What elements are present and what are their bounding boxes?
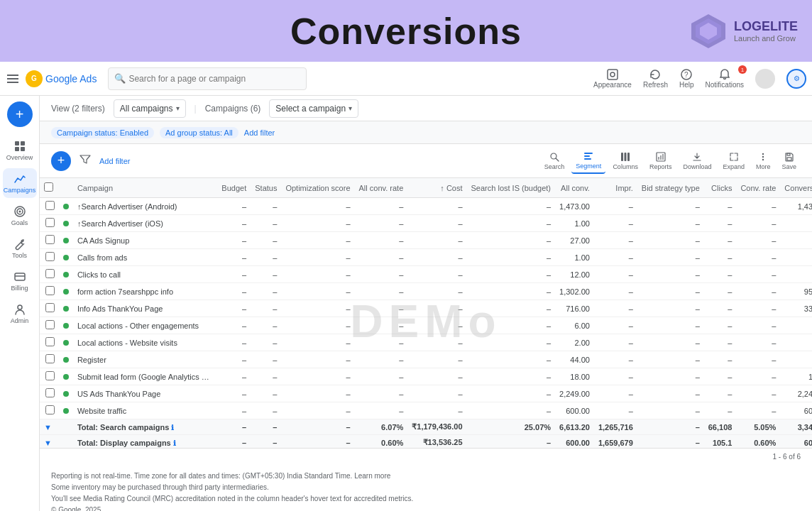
row-campaign-name: Local actions - Website visits (73, 334, 217, 351)
table-row: Local actions - Website visits – – – – –… (40, 334, 812, 351)
row-checkbox-2[interactable] (45, 235, 55, 244)
campaigns-icon (13, 172, 26, 185)
row-checkbox-0[interactable] (45, 201, 55, 210)
segment-tool-btn[interactable]: Segment (571, 148, 605, 174)
row-checkbox-11[interactable] (45, 388, 55, 397)
appearance-btn[interactable]: Appearance (593, 68, 632, 89)
select-all-checkbox[interactable] (44, 182, 53, 192)
sidebar-item-overview[interactable]: Overview (3, 136, 37, 165)
row-checkbox-7[interactable] (45, 320, 55, 329)
user-avatar[interactable] (755, 69, 775, 89)
svg-point-16 (18, 305, 22, 309)
reports-tool-btn[interactable]: Reports (645, 149, 676, 173)
account-settings[interactable]: ⚙ (786, 69, 806, 89)
sidebar-item-tools[interactable]: Tools (3, 233, 37, 263)
toolbar-add-filter[interactable]: Add filter (99, 157, 130, 165)
row-checkbox-6[interactable] (45, 303, 55, 312)
total-row: ▼ Total: Search campaigns ℹ – – – 6.07% … (40, 419, 812, 435)
col-budget: Budget (217, 178, 251, 198)
filter-icon-btn[interactable] (77, 151, 94, 170)
create-button[interactable]: + (7, 101, 33, 127)
row-checkbox-8[interactable] (45, 337, 55, 346)
row-campaign-name: Calls from ads (73, 249, 217, 266)
search-bar[interactable]: 🔍 (108, 67, 307, 90)
table-row: form action 7searshppc info – – – – – – … (40, 283, 812, 300)
row-campaign-name: US Ads ThankYou Page (73, 385, 217, 402)
svg-rect-9 (15, 147, 19, 151)
svg-point-31 (762, 155, 764, 157)
refresh-btn[interactable]: Refresh (643, 68, 668, 89)
row-campaign-name: form action 7searshppc info (73, 283, 217, 300)
col-opt-score: Optimization score (281, 178, 354, 198)
status-dot (63, 289, 69, 295)
sidebar-item-goals[interactable]: Goals (3, 201, 37, 231)
table-row: CA Ads Signup – – – – – – 27.00 – – – – … (40, 232, 812, 249)
help-icon: ? (680, 68, 693, 81)
sidebar-item-billing[interactable]: Billing (3, 266, 37, 296)
notifications-btn[interactable]: 1 Notifications (706, 68, 744, 89)
columns-tool-btn[interactable]: Columns (608, 149, 642, 173)
search-input[interactable] (128, 74, 300, 84)
content-area: View (2 filters) All campaigns ▾ | Campa… (40, 96, 812, 511)
row-checkbox-5[interactable] (45, 286, 55, 295)
sidebar-item-campaigns[interactable]: Campaigns (3, 168, 37, 198)
save-icon (784, 152, 794, 162)
svg-rect-33 (787, 158, 791, 160)
filter-tag-adgroup-status[interactable]: Ad group status: All (160, 127, 238, 138)
row-campaign-name: Local actions - Other engagements (73, 317, 217, 334)
search-tool-btn[interactable]: Search (540, 149, 569, 173)
overview-icon (13, 140, 26, 153)
segment-icon (583, 151, 593, 161)
svg-rect-3 (608, 70, 618, 79)
all-campaigns-dropdown[interactable]: All campaigns ▾ (114, 99, 186, 118)
row-checkbox-9[interactable] (45, 354, 55, 363)
add-button[interactable]: + (51, 151, 71, 171)
row-campaign-name: CA Ads Signup (73, 232, 217, 249)
table-row: ↑Search Advertiser (Android) – – – – – –… (40, 198, 812, 215)
expand-btn-0[interactable]: ▼ (44, 423, 52, 432)
expand-tool-btn[interactable]: Expand (718, 149, 749, 173)
row-campaign-name: Submit lead form (Google Analytics event… (73, 368, 217, 385)
col-all-conv: All conv. (555, 178, 594, 198)
add-filter-button[interactable]: Add filter (244, 128, 275, 137)
table-wrapper: DEMo Campaign Budget Status Optimization… (40, 178, 812, 465)
row-checkbox-4[interactable] (45, 269, 55, 278)
expand-icon (729, 152, 739, 162)
row-checkbox-1[interactable] (45, 218, 55, 227)
help-btn[interactable]: ? Help (679, 68, 694, 89)
table-row: Website traffic – – – – – – 600.00 – – –… (40, 402, 812, 419)
expand-btn-1[interactable]: ▼ (44, 439, 52, 447)
pagination: 1 - 6 of 6 (773, 453, 801, 461)
row-checkbox-3[interactable] (45, 252, 55, 261)
search-icon: 🔍 (114, 73, 126, 84)
save-btn[interactable]: Save (777, 149, 801, 173)
status-dot (63, 357, 69, 363)
svg-point-4 (610, 72, 615, 77)
col-conversions: Conversions (780, 178, 812, 198)
status-dot (63, 323, 69, 329)
data-table: Campaign Budget Status Optimization scor… (40, 178, 812, 448)
nav-right: Appearance Refresh ? Help 1 Notification… (593, 68, 806, 89)
sidebar-label-goals: Goals (11, 219, 28, 226)
download-tool-btn[interactable]: Download (679, 149, 715, 173)
row-checkbox-12[interactable] (45, 405, 55, 414)
svg-rect-10 (21, 147, 25, 151)
status-dot (63, 221, 69, 226)
chevron-down-icon: ▾ (176, 104, 180, 112)
view-label: View (2 filters) (51, 104, 105, 114)
row-checkbox-10[interactable] (45, 371, 55, 380)
sidebar-item-admin[interactable]: Admin (3, 299, 37, 329)
status-dot (63, 374, 69, 380)
hamburger-menu[interactable] (6, 72, 20, 86)
table-container[interactable]: Campaign Budget Status Optimization scor… (40, 178, 812, 448)
select-campaign-dropdown[interactable]: Select a campaign ▾ (269, 99, 358, 118)
filter-tag-campaign-status[interactable]: Campaign status: Enabled (51, 127, 154, 138)
logo-sub: Launch and Grow (734, 34, 798, 43)
table-row: Calls from ads – – – – – – 1.00 – – – – … (40, 249, 812, 266)
table-row: Info Ads ThankYou Page – – – – – – 716.0… (40, 300, 812, 317)
notifications-icon (718, 68, 731, 81)
table-row: Submit lead form (Google Analytics event… (40, 368, 812, 385)
logo-icon (690, 13, 727, 50)
more-tool-btn[interactable]: More (752, 149, 775, 173)
ads-ui: G Google Ads 🔍 Appearance Refresh ? Help… (0, 62, 812, 511)
